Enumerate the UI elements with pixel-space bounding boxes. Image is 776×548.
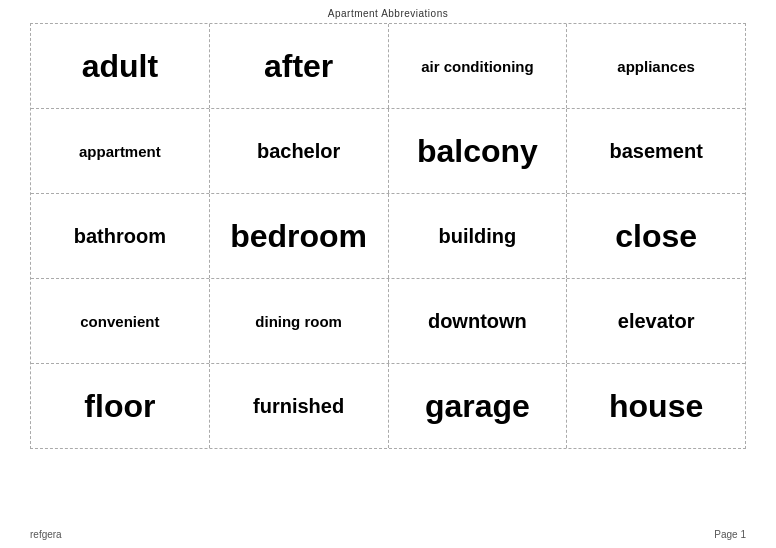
grid-row: convenientdining roomdowntownelevator — [31, 279, 745, 364]
grid-cell: balcony — [389, 109, 568, 193]
grid-cell: appartment — [31, 109, 210, 193]
grid-cell: bathroom — [31, 194, 210, 278]
cell-text: convenient — [80, 313, 159, 330]
grid-cell: furnished — [210, 364, 389, 448]
grid-cell: building — [389, 194, 568, 278]
cell-text: close — [615, 218, 697, 255]
footer: refgera Page 1 — [0, 529, 776, 540]
grid-cell: floor — [31, 364, 210, 448]
grid-row: adultafterair conditioningappliances — [31, 24, 745, 109]
grid-cell: air conditioning — [389, 24, 568, 108]
cell-text: bedroom — [230, 218, 367, 255]
cell-text: bathroom — [74, 225, 166, 248]
grid-cell: bachelor — [210, 109, 389, 193]
cell-text: floor — [84, 388, 155, 425]
grid-row: floorfurnishedgaragehouse — [31, 364, 745, 448]
grid-row: bathroombedroombuildingclose — [31, 194, 745, 279]
cell-text: appartment — [79, 143, 161, 160]
grid-cell: after — [210, 24, 389, 108]
cell-text: appliances — [617, 58, 695, 75]
grid-cell: close — [567, 194, 745, 278]
page-title: Apartment Abbreviations — [0, 0, 776, 23]
cell-text: furnished — [253, 395, 344, 418]
cell-text: air conditioning — [421, 58, 534, 75]
grid-cell: elevator — [567, 279, 745, 363]
grid-cell: house — [567, 364, 745, 448]
cell-text: garage — [425, 388, 530, 425]
grid-row: appartmentbachelorbalconybasement — [31, 109, 745, 194]
grid-container: adultafterair conditioningappliancesappa… — [30, 23, 746, 449]
cell-text: elevator — [618, 310, 695, 333]
grid-cell: convenient — [31, 279, 210, 363]
cell-text: dining room — [255, 313, 342, 330]
cell-text: house — [609, 388, 703, 425]
cell-text: downtown — [428, 310, 527, 333]
grid-cell: appliances — [567, 24, 745, 108]
cell-text: adult — [82, 48, 158, 85]
cell-text: balcony — [417, 133, 538, 170]
grid-cell: downtown — [389, 279, 568, 363]
cell-text: after — [264, 48, 333, 85]
footer-right: Page 1 — [714, 529, 746, 540]
grid-cell: basement — [567, 109, 745, 193]
grid-cell: bedroom — [210, 194, 389, 278]
grid-cell: garage — [389, 364, 568, 448]
grid-cell: adult — [31, 24, 210, 108]
cell-text: bachelor — [257, 140, 340, 163]
grid-cell: dining room — [210, 279, 389, 363]
cell-text: building — [438, 225, 516, 248]
footer-left: refgera — [30, 529, 62, 540]
cell-text: basement — [609, 140, 702, 163]
